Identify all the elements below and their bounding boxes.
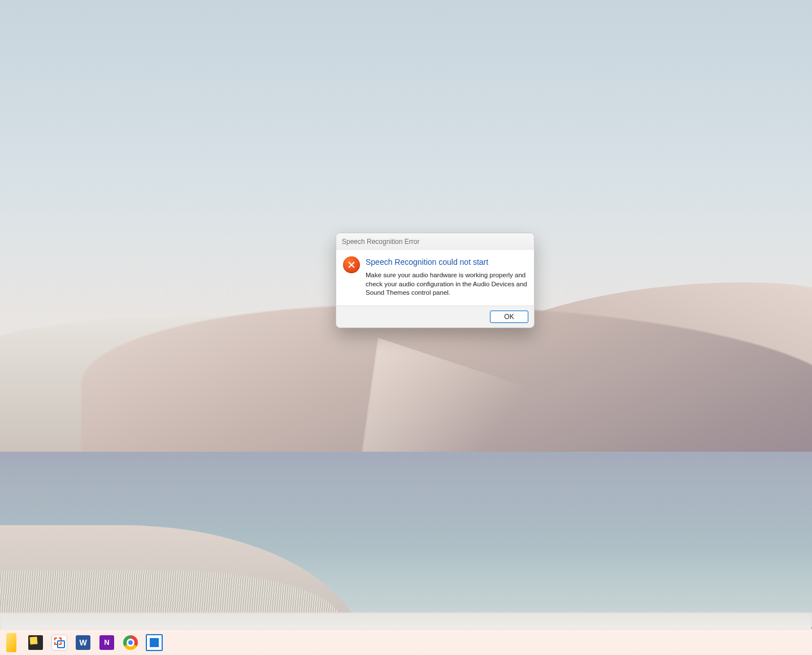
sticky-notes-icon xyxy=(28,635,43,650)
snipping-tool-icon xyxy=(51,635,67,650)
file-explorer-icon xyxy=(6,633,16,652)
taskbar-sticky-notes[interactable] xyxy=(26,633,45,652)
taskbar-snipping-tool[interactable] xyxy=(50,633,69,652)
taskbar-generic-app[interactable] xyxy=(145,633,164,652)
ok-button[interactable]: OK xyxy=(490,311,528,323)
onenote-icon: N xyxy=(99,635,114,650)
dialog-heading: Speech Recognition could not start xyxy=(366,257,527,267)
taskbar-chrome[interactable] xyxy=(121,633,140,652)
dialog-message: Make sure your audio hardware is working… xyxy=(366,271,527,298)
error-icon xyxy=(343,256,360,273)
taskbar-onenote[interactable]: N xyxy=(97,633,116,652)
chrome-icon xyxy=(123,635,138,650)
speech-recognition-error-dialog: Speech Recognition Error Speech Recognit… xyxy=(336,233,535,328)
word-icon: W xyxy=(76,635,90,650)
taskbar-file-explorer[interactable] xyxy=(2,633,21,652)
generic-app-icon xyxy=(146,634,163,651)
taskbar-word[interactable]: W xyxy=(73,633,93,652)
dialog-title[interactable]: Speech Recognition Error xyxy=(336,233,534,250)
taskbar: W N xyxy=(0,629,812,655)
